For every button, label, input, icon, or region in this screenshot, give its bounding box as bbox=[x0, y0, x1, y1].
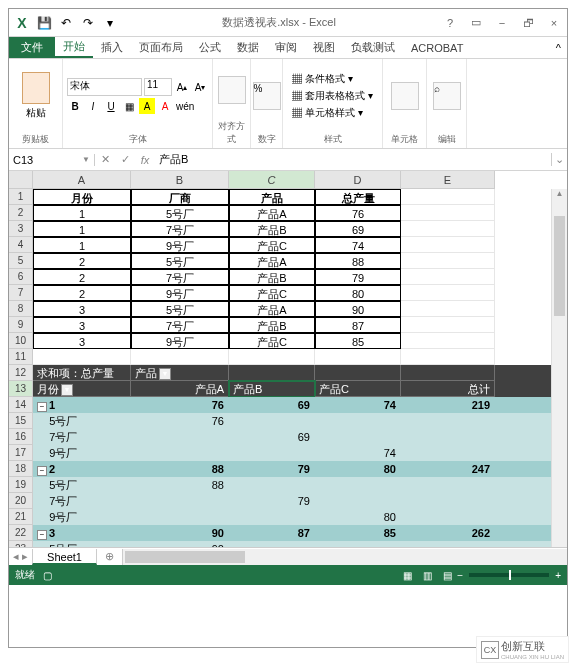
cell-C20[interactable]: 79 bbox=[229, 493, 315, 509]
cell-B4[interactable]: 9号厂 bbox=[131, 237, 229, 253]
cell-A4[interactable]: 1 bbox=[33, 237, 131, 253]
col-header-a[interactable]: A bbox=[33, 171, 131, 189]
normal-view-button[interactable]: ▦ bbox=[397, 570, 417, 581]
cell-A12[interactable]: 求和项：总产量 bbox=[33, 365, 131, 381]
col-header-b[interactable]: B bbox=[131, 171, 229, 189]
close-button[interactable]: × bbox=[541, 13, 567, 33]
row-header-10[interactable]: 10 bbox=[9, 333, 33, 349]
cell-C3[interactable]: 产品B bbox=[229, 221, 315, 237]
cell-C10[interactable]: 产品C bbox=[229, 333, 315, 349]
cell-B1[interactable]: 厂商 bbox=[131, 189, 229, 205]
collapse-icon[interactable]: − bbox=[37, 402, 47, 412]
italic-button[interactable]: I bbox=[85, 98, 101, 114]
cell-C21[interactable] bbox=[229, 509, 315, 525]
tab-file[interactable]: 文件 bbox=[9, 37, 55, 58]
row-header-4[interactable]: 4 bbox=[9, 237, 33, 253]
cell-A19[interactable]: 5号厂 bbox=[33, 477, 131, 493]
cell-E21[interactable] bbox=[401, 509, 495, 525]
cell-E11[interactable] bbox=[401, 349, 495, 365]
cell-D12[interactable] bbox=[315, 365, 401, 381]
row-header-7[interactable]: 7 bbox=[9, 285, 33, 301]
cell-E7[interactable] bbox=[401, 285, 495, 301]
cell-A13[interactable]: 月份▼ bbox=[33, 381, 131, 397]
formula-input[interactable]: 产品B bbox=[155, 152, 551, 167]
font-name-select[interactable]: 宋体 bbox=[67, 78, 142, 96]
cell-A11[interactable] bbox=[33, 349, 131, 365]
fx-icon[interactable]: fx bbox=[135, 154, 155, 166]
cell-A6[interactable]: 2 bbox=[33, 269, 131, 285]
cell-D14[interactable]: 74 bbox=[315, 397, 401, 413]
cell-B23[interactable]: 90 bbox=[131, 541, 229, 547]
cell-D22[interactable]: 85 bbox=[315, 525, 401, 541]
pivot-col-dropdown[interactable]: ▼ bbox=[159, 368, 171, 380]
cell-E2[interactable] bbox=[401, 205, 495, 221]
cell-B7[interactable]: 9号厂 bbox=[131, 285, 229, 301]
cell-A7[interactable]: 2 bbox=[33, 285, 131, 301]
cell-B5[interactable]: 5号厂 bbox=[131, 253, 229, 269]
border-button[interactable]: ▦ bbox=[121, 98, 137, 114]
row-header-5[interactable]: 5 bbox=[9, 253, 33, 269]
cell-B15[interactable]: 76 bbox=[131, 413, 229, 429]
row-header-6[interactable]: 6 bbox=[9, 269, 33, 285]
cell-D4[interactable]: 74 bbox=[315, 237, 401, 253]
cell-A16[interactable]: 7号厂 bbox=[33, 429, 131, 445]
paste-label[interactable]: 粘贴 bbox=[26, 106, 46, 120]
cell-A18[interactable]: −2 bbox=[33, 461, 131, 477]
cell-E16[interactable] bbox=[401, 429, 495, 445]
paste-icon[interactable] bbox=[22, 72, 50, 104]
save-button[interactable]: 💾 bbox=[34, 13, 54, 33]
row-header-13[interactable]: 13 bbox=[9, 381, 33, 397]
qat-dropdown[interactable]: ▾ bbox=[100, 13, 120, 33]
font-shrink-button[interactable]: A▾ bbox=[192, 79, 208, 95]
cell-C5[interactable]: 产品A bbox=[229, 253, 315, 269]
cell-A1[interactable]: 月份 bbox=[33, 189, 131, 205]
font-size-select[interactable]: 11 bbox=[144, 78, 172, 96]
cell-A10[interactable]: 3 bbox=[33, 333, 131, 349]
sheet-nav[interactable]: ◂ ▸ bbox=[9, 550, 32, 563]
cell-E6[interactable] bbox=[401, 269, 495, 285]
cell-E4[interactable] bbox=[401, 237, 495, 253]
horizontal-scrollbar[interactable] bbox=[122, 549, 567, 565]
cell-E23[interactable] bbox=[401, 541, 495, 547]
cell-A22[interactable]: −3 bbox=[33, 525, 131, 541]
tab-review[interactable]: 审阅 bbox=[267, 37, 305, 58]
cell-E20[interactable] bbox=[401, 493, 495, 509]
cell-B16[interactable] bbox=[131, 429, 229, 445]
row-header-20[interactable]: 20 bbox=[9, 493, 33, 509]
cell-A17[interactable]: 9号厂 bbox=[33, 445, 131, 461]
fill-color-button[interactable]: A bbox=[139, 98, 155, 114]
cell-D5[interactable]: 88 bbox=[315, 253, 401, 269]
cell-C1[interactable]: 产品 bbox=[229, 189, 315, 205]
formula-expand-icon[interactable]: ⌄ bbox=[551, 153, 567, 166]
cell-D17[interactable]: 74 bbox=[315, 445, 401, 461]
cell-B21[interactable] bbox=[131, 509, 229, 525]
cell-E3[interactable] bbox=[401, 221, 495, 237]
cell-B11[interactable] bbox=[131, 349, 229, 365]
name-box[interactable]: C13 ▼ bbox=[9, 154, 95, 166]
cell-D1[interactable]: 总产量 bbox=[315, 189, 401, 205]
cell-C2[interactable]: 产品A bbox=[229, 205, 315, 221]
enter-icon[interactable]: ✓ bbox=[115, 153, 135, 166]
ribbon-collapse[interactable]: ^ bbox=[556, 42, 567, 54]
col-header-d[interactable]: D bbox=[315, 171, 401, 189]
cell-D19[interactable] bbox=[315, 477, 401, 493]
cell-D6[interactable]: 79 bbox=[315, 269, 401, 285]
vertical-scrollbar[interactable]: ▲ bbox=[551, 189, 567, 547]
row-header-12[interactable]: 12 bbox=[9, 365, 33, 381]
cell-D3[interactable]: 69 bbox=[315, 221, 401, 237]
number-icon[interactable]: % bbox=[253, 82, 281, 110]
cell-D16[interactable] bbox=[315, 429, 401, 445]
cell-A20[interactable]: 7号厂 bbox=[33, 493, 131, 509]
tab-insert[interactable]: 插入 bbox=[93, 37, 131, 58]
scrollbar-thumb[interactable] bbox=[554, 216, 565, 316]
cell-D9[interactable]: 87 bbox=[315, 317, 401, 333]
cell-D2[interactable]: 76 bbox=[315, 205, 401, 221]
cell-C11[interactable] bbox=[229, 349, 315, 365]
cell-C23[interactable] bbox=[229, 541, 315, 547]
cell-C17[interactable] bbox=[229, 445, 315, 461]
row-header-1[interactable]: 1 bbox=[9, 189, 33, 205]
cell-E5[interactable] bbox=[401, 253, 495, 269]
tab-view[interactable]: 视图 bbox=[305, 37, 343, 58]
row-header-3[interactable]: 3 bbox=[9, 221, 33, 237]
cell-C14[interactable]: 69 bbox=[229, 397, 315, 413]
